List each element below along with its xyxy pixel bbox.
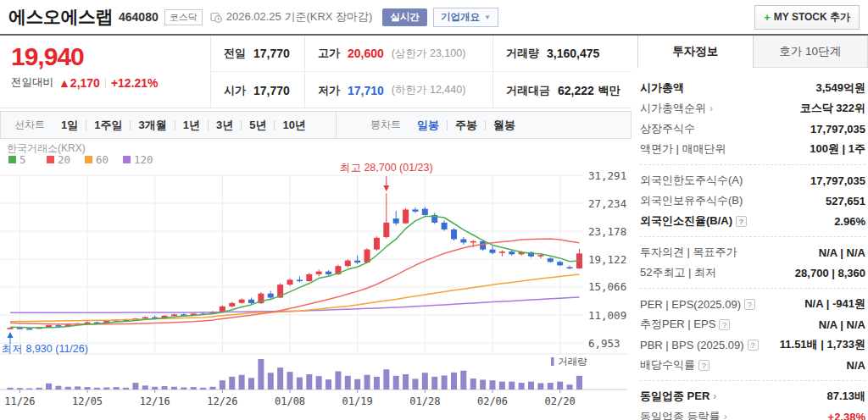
line-period-0[interactable]: 1일 xyxy=(53,120,86,130)
row-label: 52주최고 | 최저 xyxy=(640,265,716,280)
candle-body xyxy=(268,294,274,298)
ma60-line xyxy=(10,274,579,322)
candle-body xyxy=(442,223,448,229)
candle-body xyxy=(85,323,91,324)
company-overview-button[interactable]: 기업개요 ▼ xyxy=(433,8,498,27)
line-period-3[interactable]: 1년 xyxy=(175,120,208,130)
realtime-badge[interactable]: 실시간 xyxy=(382,8,427,26)
ma-legend-swatch xyxy=(85,156,92,163)
volume-bar xyxy=(490,380,496,390)
candle-period-1[interactable]: 주봉 xyxy=(447,120,485,130)
row-label: 외국인한도주식수(A) xyxy=(640,173,743,188)
line-period-1[interactable]: 1주일 xyxy=(86,120,130,130)
candle-body xyxy=(8,328,14,329)
price-cell-volume: 거래량3,160,475 xyxy=(492,36,632,72)
help-icon[interactable]: ? xyxy=(719,319,730,330)
volume-bar xyxy=(17,388,23,390)
row-value: 17,797,035 xyxy=(810,123,865,135)
cell-label: 시가 xyxy=(224,83,246,98)
candle-period-list: 일봉주봉월봉 xyxy=(409,120,523,130)
volume-bar xyxy=(335,371,341,390)
candle-body xyxy=(345,261,351,267)
line-period-5[interactable]: 5년 xyxy=(241,120,274,130)
volume-bar xyxy=(103,387,109,390)
tab-orderbook-10[interactable]: 호가 10단계 xyxy=(754,36,868,68)
y-axis-label: 6,953 xyxy=(588,337,620,350)
volume-bar xyxy=(451,373,457,390)
cell-value: 20,600 xyxy=(348,47,384,60)
cell-label: 고가 xyxy=(318,46,340,61)
row-label: 시가총액순위› xyxy=(640,101,713,116)
line-period-2[interactable]: 3개월 xyxy=(130,120,174,130)
help-icon[interactable]: ? xyxy=(736,216,747,227)
row-est-per-eps: 추정PER | EPS?N/A | N/A xyxy=(640,314,865,334)
header: 에스오에스랩 464080 코스닥 2026.02.25 기준(KRX 장마감)… xyxy=(0,0,868,34)
sidebar-rows: 시가총액3,549억원시가총액순위›코스닥 322위상장주식수17,797,03… xyxy=(637,68,868,420)
volume-bar xyxy=(268,373,274,390)
row-value: N/A | N/A xyxy=(819,246,865,259)
help-icon[interactable]: ? xyxy=(748,340,759,351)
candle-period-0[interactable]: 일봉 xyxy=(409,120,447,130)
volume-bar xyxy=(36,388,42,390)
candle-body xyxy=(239,300,245,303)
row-pbr-bps: PBR | BPS (2025.09)?11.51배 | 1,733원 xyxy=(640,334,865,355)
candle-body xyxy=(470,241,476,243)
volume-bar xyxy=(162,386,168,390)
candle-body xyxy=(229,303,235,307)
volume-bar xyxy=(316,376,322,390)
y-axis-label: 11,009 xyxy=(588,309,626,322)
ma-legend-label: 5 xyxy=(19,153,26,166)
volume-bar xyxy=(393,376,399,390)
row-value: 100원 | 1주 xyxy=(810,141,865,157)
cell-value: 62,222 xyxy=(558,84,594,97)
y-axis-label: 23,178 xyxy=(588,225,626,238)
candle-body xyxy=(480,241,486,250)
tab-invest-info[interactable]: 투자정보 xyxy=(637,36,754,68)
line-period-4[interactable]: 3년 xyxy=(208,120,241,130)
row-value: 3,549억원 xyxy=(815,80,865,96)
volume-bar xyxy=(114,387,120,390)
help-icon[interactable]: ? xyxy=(698,360,709,371)
row-opinion-target: 투자의견 | 목표주가N/A | N/A xyxy=(640,242,865,262)
quote-date-info: 2026.02.25 기준(KRX 장마감) xyxy=(226,9,373,25)
x-axis-label: 01/08 xyxy=(275,395,305,407)
volume-bar xyxy=(132,383,138,390)
x-axis-label: 11/26 xyxy=(4,395,35,407)
help-icon[interactable]: ? xyxy=(744,299,755,310)
price-cell-day-open: 시가17,770 xyxy=(211,72,304,108)
volume-bar xyxy=(152,387,158,390)
candle-body xyxy=(567,267,573,268)
volume-bar xyxy=(277,368,283,390)
price-cell-prev-close: 전일17,770 xyxy=(211,36,304,72)
stock-detail-page: 에스오에스랩 464080 코스닥 2026.02.25 기준(KRX 장마감)… xyxy=(0,0,868,420)
price-cell-trade-value: 거래대금62,222백만 xyxy=(492,72,632,108)
cell-label: 저가 xyxy=(318,83,340,98)
row-label: 동일업종 PER› xyxy=(640,389,716,404)
volume-bar xyxy=(297,378,303,390)
line-period-6[interactable]: 10년 xyxy=(274,120,313,130)
candlestick-chart-svg: 31,29127,23423,17819,12215,06611,0096,95… xyxy=(0,141,632,420)
line-chart-label: 선차트 xyxy=(14,118,45,132)
volume-legend-swatch xyxy=(551,357,554,366)
volume-bar xyxy=(567,384,573,390)
row-label: 배당수익률? xyxy=(640,357,709,373)
candle-period-2[interactable]: 월봉 xyxy=(485,120,523,130)
candle-body xyxy=(422,209,428,215)
row-foreign-limit: 외국인한도주식수(A)17,797,035 xyxy=(640,170,865,191)
ma-legend-swatch xyxy=(47,156,54,163)
cell-value: 17,710 xyxy=(348,84,384,97)
x-axis-label: 01/28 xyxy=(409,395,440,407)
row-industry-change[interactable]: 동일업종 등락률›+2.38% xyxy=(640,406,865,420)
volume-bar xyxy=(345,376,351,390)
cell-label: 거래량 xyxy=(506,46,539,61)
volume-bar xyxy=(209,387,215,390)
price-summary: 19,940 전일대비 ▲2,170 +12.21% 전일17,770고가20,… xyxy=(0,36,632,108)
row-value: N/A xyxy=(847,359,865,372)
my-stock-add-button[interactable]: + MY STOCK 추가 xyxy=(754,5,860,30)
volume-bar xyxy=(557,382,563,390)
chevron-right-icon: › xyxy=(709,102,713,114)
row-market-cap-rank[interactable]: 시가총액순위›코스닥 322위 xyxy=(640,98,865,119)
y-axis-label: 15,066 xyxy=(588,280,626,293)
volume-bar xyxy=(442,375,448,390)
row-industry-per[interactable]: 동일업종 PER›87.13배 xyxy=(640,386,865,406)
